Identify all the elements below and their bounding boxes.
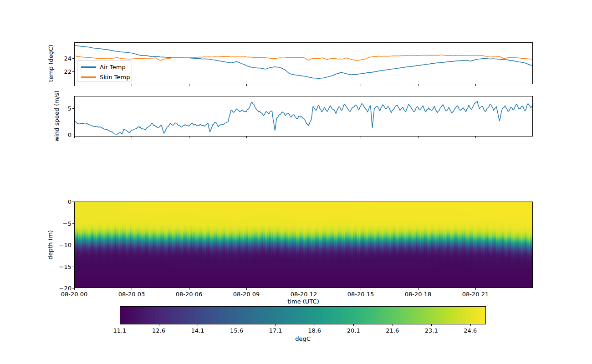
- tick-mark: [72, 202, 74, 202]
- time-x-tick-label: 08-20 15: [347, 291, 374, 297]
- colorbar-tick-label: 20.1: [347, 328, 360, 334]
- skin-temp-legend-label: Skin Temp: [100, 74, 130, 81]
- wind-chart-area: [75, 96, 532, 136]
- skin-temp-legend-swatch: [81, 76, 96, 78]
- tick-mark: [418, 288, 418, 290]
- tick-mark: [246, 84, 247, 86]
- time-x-tick-label: 08-20 18: [405, 291, 431, 297]
- temp-y-tick-label: 24: [64, 55, 71, 61]
- legend: Air Temp Skin Temp: [77, 61, 132, 81]
- tick-mark: [418, 84, 418, 86]
- tick-mark: [475, 84, 476, 86]
- wind-y-tick-label: 0: [68, 131, 71, 137]
- tick-mark: [189, 136, 189, 138]
- tick-mark: [189, 288, 189, 290]
- temp-chart-area: [75, 43, 532, 84]
- depth-y-axis-label: depth (m): [47, 230, 54, 260]
- colorbar-tick-label: 11.1: [113, 328, 127, 334]
- time-x-tick-label: 08-20 00: [61, 291, 87, 297]
- time-x-tick-label: 08-20 06: [176, 291, 202, 297]
- tick-mark: [304, 288, 304, 290]
- time-x-tick-label: 08-20 21: [462, 291, 489, 297]
- heatmap-axes: [74, 202, 533, 288]
- tick-mark: [72, 108, 74, 109]
- colorbar-tick-label: 18.6: [308, 328, 321, 334]
- temp-y-tick-label: 22: [64, 68, 71, 74]
- tick-mark: [72, 58, 74, 59]
- air-temp-legend-swatch: [81, 66, 96, 68]
- depth-y-tick-label: −15: [59, 263, 71, 269]
- heatmap-canvas: [75, 202, 532, 288]
- colorbar-tick-label: 14.1: [191, 328, 204, 334]
- tick-mark: [132, 84, 132, 86]
- tick-mark: [72, 223, 74, 224]
- colorbar-tick-label: 24.6: [464, 328, 477, 334]
- tick-mark: [72, 245, 74, 245]
- tick-mark: [246, 288, 247, 290]
- tick-mark: [361, 288, 361, 290]
- tick-mark: [276, 324, 276, 326]
- tick-mark: [361, 84, 361, 86]
- tick-mark: [475, 136, 476, 138]
- tick-mark: [361, 136, 361, 138]
- air-temp-line: [75, 46, 532, 79]
- colorbar-tick-label: 12.6: [152, 328, 165, 334]
- air-temp-legend-label: Air Temp: [100, 64, 126, 71]
- colorbar-canvas: [120, 307, 485, 324]
- figure: Air Temp Skin Temp temp (degC) wind spee…: [0, 0, 592, 364]
- colorbar-tick-label: 23.1: [425, 328, 438, 334]
- wind-axes: [74, 96, 533, 136]
- depth-y-tick-label: −20: [59, 285, 71, 291]
- tick-mark: [237, 324, 237, 326]
- tick-mark: [475, 288, 476, 290]
- tick-mark: [74, 84, 75, 86]
- tick-mark: [189, 84, 189, 86]
- tick-mark: [72, 71, 74, 72]
- temp-y-axis-label: temp (degC): [47, 45, 54, 82]
- tick-mark: [470, 324, 471, 326]
- tick-mark: [74, 136, 75, 138]
- colorbar-tick-label: 15.6: [230, 328, 243, 334]
- tick-mark: [132, 136, 132, 138]
- tick-mark: [159, 324, 159, 326]
- tick-mark: [120, 324, 120, 326]
- tick-mark: [393, 324, 393, 326]
- tick-mark: [315, 324, 315, 326]
- tick-mark: [74, 288, 75, 290]
- wind-y-tick-label: 5: [68, 106, 71, 111]
- depth-y-tick-label: −10: [59, 242, 71, 248]
- colorbar-tick-label: 21.6: [386, 328, 399, 334]
- colorbar: [120, 306, 486, 324]
- time-x-tick-label: 08-20 03: [118, 291, 145, 297]
- wind-y-axis-label: wind speed (m/s): [53, 91, 60, 142]
- legend-row-air: Air Temp: [77, 62, 126, 72]
- tick-mark: [246, 136, 247, 138]
- colorbar-label: degC: [295, 335, 311, 342]
- tick-mark: [431, 324, 432, 326]
- time-x-axis-label: time (UTC): [287, 298, 319, 305]
- tick-mark: [304, 136, 304, 138]
- depth-y-tick-label: 0: [68, 199, 71, 205]
- tick-mark: [132, 288, 132, 290]
- tick-mark: [304, 84, 304, 86]
- tick-mark: [418, 136, 418, 138]
- depth-y-tick-label: −5: [63, 220, 71, 226]
- tick-mark: [353, 324, 354, 326]
- legend-row-skin: Skin Temp: [77, 72, 130, 82]
- tick-mark: [198, 324, 198, 326]
- time-x-tick-label: 08-20 12: [291, 291, 317, 297]
- tick-mark: [72, 135, 74, 135]
- colorbar-tick-label: 17.1: [269, 328, 282, 334]
- time-x-tick-label: 08-20 09: [233, 291, 260, 297]
- tick-mark: [72, 267, 74, 267]
- temp-axes: Air Temp Skin Temp: [74, 42, 533, 84]
- wind-line: [75, 101, 532, 134]
